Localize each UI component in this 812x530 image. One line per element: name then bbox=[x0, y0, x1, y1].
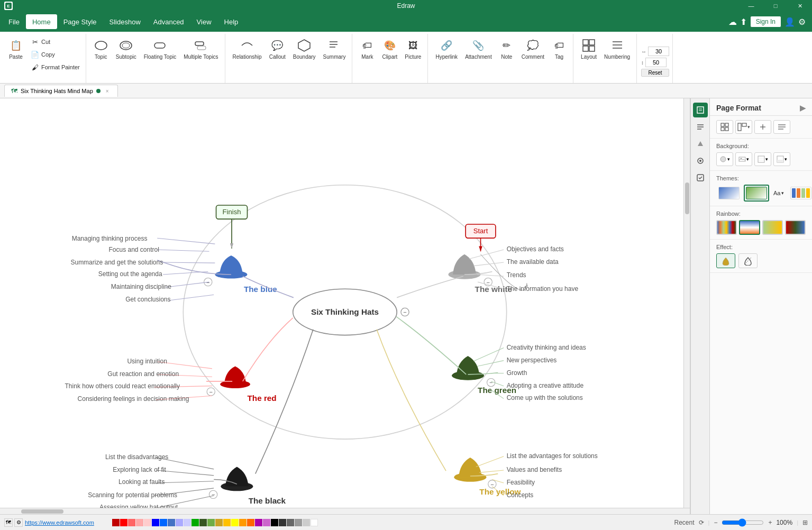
menu-advanced[interactable]: Advanced bbox=[147, 14, 190, 29]
color-orange-1[interactable] bbox=[239, 519, 247, 526]
bg-pattern-btn[interactable]: ▾ bbox=[754, 152, 771, 166]
subtopic-button[interactable]: Subtopic bbox=[113, 36, 140, 62]
height-input[interactable] bbox=[645, 58, 667, 67]
save-cloud-icon[interactable]: ☁ bbox=[728, 17, 737, 27]
rainbow-1[interactable] bbox=[716, 220, 737, 235]
color-red-2[interactable] bbox=[120, 519, 127, 526]
color-yellow-3[interactable] bbox=[231, 519, 239, 526]
layout-btn-3[interactable] bbox=[754, 120, 771, 134]
canvas-area[interactable]: Six Thinking Hats − Start Finish bbox=[0, 98, 690, 514]
color-purple-1[interactable] bbox=[255, 519, 262, 526]
color-red-4[interactable] bbox=[136, 519, 143, 526]
color-red-5[interactable] bbox=[144, 519, 151, 526]
color-green-2[interactable] bbox=[199, 519, 207, 526]
color-gray-3[interactable] bbox=[303, 519, 310, 526]
settings-icon[interactable]: ⚙ bbox=[798, 17, 806, 27]
rainbow-4[interactable] bbox=[785, 220, 806, 235]
color-gray-2[interactable] bbox=[295, 519, 302, 526]
format-painter-button[interactable]: 🖌 Format Painter bbox=[28, 61, 83, 73]
boundary-button[interactable]: Boundary bbox=[290, 36, 319, 62]
panel-fill-icon[interactable] bbox=[693, 136, 708, 151]
menu-file[interactable]: File bbox=[2, 14, 26, 29]
color-gray-1[interactable] bbox=[287, 519, 294, 526]
status-icon-2[interactable]: ⚙ bbox=[14, 518, 23, 527]
color-dark[interactable] bbox=[279, 519, 286, 526]
copy-button[interactable]: 📄 Copy bbox=[28, 49, 83, 60]
user-icon[interactable]: 👤 bbox=[784, 17, 795, 27]
color-blue-3[interactable] bbox=[168, 519, 175, 526]
color-white[interactable] bbox=[311, 519, 318, 526]
comment-button[interactable]: 💭 Comment bbox=[518, 36, 548, 62]
color-black[interactable] bbox=[271, 519, 278, 526]
color-purple-2[interactable] bbox=[263, 519, 270, 526]
color-blue-4[interactable] bbox=[176, 519, 183, 526]
layout-btn-1[interactable] bbox=[716, 120, 733, 134]
theme-item-4[interactable] bbox=[788, 185, 812, 202]
menu-slideshow[interactable]: Slideshow bbox=[103, 14, 147, 29]
layout-btn-4[interactable] bbox=[773, 120, 790, 134]
panel-style-icon[interactable] bbox=[693, 153, 708, 168]
color-blue-1[interactable] bbox=[152, 519, 159, 526]
horizontal-scrollbar[interactable] bbox=[0, 508, 690, 514]
floating-topic-button[interactable]: Floating Topic bbox=[141, 36, 180, 62]
recent-label[interactable]: Recent bbox=[674, 519, 695, 526]
attachment-button[interactable]: 📎 Attachment bbox=[462, 36, 495, 62]
clipart-button[interactable]: 🎨 Clipart bbox=[379, 36, 400, 62]
note-button[interactable]: ✏ Note bbox=[496, 36, 517, 62]
tag-button[interactable]: 🏷 Tag bbox=[549, 36, 570, 62]
reset-button[interactable]: Reset bbox=[641, 69, 669, 77]
zoom-out-icon[interactable]: − bbox=[714, 519, 717, 526]
mark-button[interactable]: 🏷 Mark bbox=[357, 36, 378, 62]
topic-button[interactable]: Topic bbox=[90, 36, 112, 62]
bg-color-btn[interactable]: ▾ bbox=[773, 152, 790, 166]
color-red-1[interactable] bbox=[112, 519, 120, 526]
color-green-3[interactable] bbox=[207, 519, 215, 526]
theme-item-2[interactable] bbox=[744, 185, 769, 202]
menu-help[interactable]: Help bbox=[218, 14, 245, 29]
sign-in-button[interactable]: Sign In bbox=[750, 16, 781, 28]
panel-collapse-icon[interactable]: ▶ bbox=[800, 104, 806, 112]
minimize-button[interactable]: — bbox=[739, 0, 763, 12]
cut-button[interactable]: ✂ Cut bbox=[28, 36, 83, 48]
close-button[interactable]: ✕ bbox=[788, 0, 812, 12]
menu-view[interactable]: View bbox=[190, 14, 218, 29]
theme-item-1[interactable] bbox=[716, 185, 742, 202]
theme-item-3[interactable]: Aa ▾ bbox=[771, 185, 786, 202]
vertical-scrollbar[interactable] bbox=[683, 98, 690, 514]
color-green-1[interactable] bbox=[191, 519, 199, 526]
relationship-button[interactable]: Relationship bbox=[230, 36, 265, 62]
picture-button[interactable]: 🖼 Picture bbox=[402, 36, 424, 62]
color-blue-5[interactable] bbox=[184, 519, 191, 526]
zoom-slider[interactable] bbox=[722, 518, 764, 527]
color-orange-2[interactable] bbox=[247, 519, 254, 526]
multiple-topics-button[interactable]: Multiple Topics bbox=[180, 36, 221, 62]
hyperlink-button[interactable]: 🔗 Hyperlink bbox=[432, 36, 461, 62]
rainbow-2[interactable] bbox=[739, 220, 760, 235]
effect-fill-btn[interactable] bbox=[716, 253, 735, 268]
rainbow-3[interactable] bbox=[762, 220, 783, 235]
mindmap-canvas[interactable]: Six Thinking Hats − Start Finish bbox=[0, 98, 690, 514]
status-link[interactable]: https://www.edrawsoft.com bbox=[25, 519, 94, 526]
tab-close-button[interactable]: × bbox=[104, 87, 111, 95]
summary-button[interactable]: Summary bbox=[320, 36, 349, 62]
color-yellow-1[interactable] bbox=[215, 519, 223, 526]
color-yellow-2[interactable] bbox=[223, 519, 231, 526]
numbering-button[interactable]: Numbering bbox=[601, 36, 633, 62]
layout-button[interactable]: Layout bbox=[578, 36, 600, 62]
share-icon[interactable]: ⬆ bbox=[740, 17, 747, 27]
v-scrollbar-thumb[interactable] bbox=[685, 182, 689, 214]
callout-button[interactable]: 💬 Callout bbox=[266, 36, 289, 62]
panel-page-format-icon[interactable] bbox=[693, 103, 708, 117]
document-tab[interactable]: 🗺 Six Thinking Hats Mind Map × bbox=[4, 85, 118, 97]
color-blue-2[interactable] bbox=[160, 519, 167, 526]
bg-fill-btn[interactable]: ▾ bbox=[716, 152, 733, 166]
width-input[interactable] bbox=[648, 47, 669, 56]
bg-image-btn[interactable]: ▾ bbox=[735, 152, 752, 166]
menu-home[interactable]: Home bbox=[26, 14, 57, 29]
color-red-3[interactable] bbox=[128, 519, 135, 526]
paste-button[interactable]: 📋 Paste bbox=[5, 36, 26, 62]
h-scrollbar-thumb[interactable] bbox=[21, 509, 63, 514]
refresh-icon[interactable]: ⟳ bbox=[699, 519, 704, 526]
menu-page-style[interactable]: Page Style bbox=[57, 14, 103, 29]
layout-btn-2[interactable]: ▾ bbox=[735, 120, 752, 134]
